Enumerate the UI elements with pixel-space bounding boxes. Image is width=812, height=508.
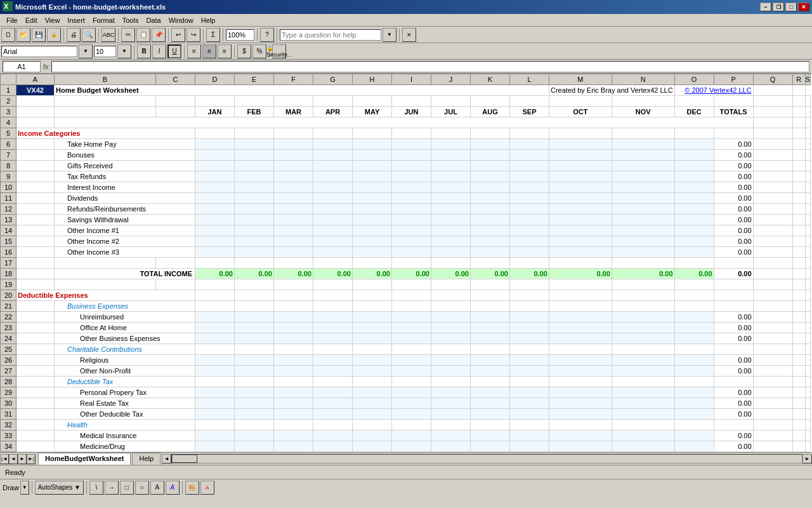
cell-E12[interactable] <box>235 204 274 215</box>
cell-S30[interactable] <box>805 398 810 409</box>
cell-R22[interactable] <box>792 312 805 323</box>
cell-H26[interactable] <box>353 355 392 366</box>
cell-G3[interactable]: APR <box>313 107 353 117</box>
wordart-tool[interactable]: A <box>166 481 180 495</box>
cell-N22[interactable] <box>612 312 674 323</box>
cell-M29[interactable] <box>549 387 612 398</box>
cell-R12[interactable] <box>792 204 805 215</box>
cell-S29[interactable] <box>805 387 810 398</box>
cell-S28[interactable] <box>805 377 810 387</box>
cell-D32[interactable] <box>195 420 235 431</box>
cell-Q25[interactable] <box>753 344 792 355</box>
cell-A9[interactable] <box>16 171 55 182</box>
fill-color-button[interactable]: 🎨 <box>185 481 199 495</box>
align-left-button[interactable]: ≡ <box>187 44 201 58</box>
cell-religious[interactable]: Religious <box>55 355 195 366</box>
cell-N24[interactable] <box>612 333 674 344</box>
copyright2-cell[interactable]: © 2007 Vertex42 LLC <box>674 85 753 96</box>
cell-E11[interactable] <box>235 193 274 204</box>
cell-F14[interactable] <box>274 225 313 236</box>
hscroll-right-button[interactable]: ► <box>802 454 812 464</box>
cell-S17[interactable] <box>805 258 810 269</box>
cell-G21[interactable] <box>313 301 353 312</box>
cell-O16[interactable] <box>674 247 714 258</box>
cell-H7[interactable] <box>353 150 392 161</box>
cell-O8[interactable] <box>674 161 714 171</box>
cell-E14[interactable] <box>235 225 274 236</box>
col-header-N[interactable]: N <box>612 74 674 85</box>
font-input[interactable] <box>1 46 77 57</box>
cell-Q20[interactable] <box>753 290 792 301</box>
cell-H31[interactable] <box>353 409 392 420</box>
cell-E13[interactable] <box>235 215 274 225</box>
cell-Q5[interactable] <box>753 128 792 139</box>
restore-button[interactable]: ❐ <box>773 3 784 11</box>
cell-R8[interactable] <box>792 161 805 171</box>
cell-A2[interactable] <box>16 96 55 107</box>
cell-B1[interactable]: Home Budget Worksheet <box>55 85 235 96</box>
cell-R29[interactable] <box>792 387 805 398</box>
cell-J20[interactable] <box>431 290 471 301</box>
undo-button[interactable]: ↩ <box>171 28 185 42</box>
cell-E21[interactable] <box>235 301 274 312</box>
cell-P20[interactable] <box>714 290 753 301</box>
cell-M34[interactable] <box>549 441 612 452</box>
cell-H8[interactable] <box>353 161 392 171</box>
cell-L3[interactable]: SEP <box>510 107 549 117</box>
autoshapes-button[interactable]: AutoShapes ▼ <box>35 481 84 495</box>
cell-F11[interactable] <box>274 193 313 204</box>
cell-Q29[interactable] <box>753 387 792 398</box>
cell-Q32[interactable] <box>753 420 792 431</box>
cell-H25[interactable] <box>353 344 392 355</box>
cell-G12[interactable] <box>313 204 353 215</box>
cell-A24[interactable] <box>16 333 55 344</box>
cell-S33[interactable] <box>805 431 810 441</box>
cell-L19[interactable] <box>510 279 549 290</box>
cell-L11[interactable] <box>510 193 549 204</box>
autosum-button[interactable]: Σ <box>206 28 220 42</box>
cell-H12[interactable] <box>353 204 392 215</box>
cell-L21[interactable] <box>510 301 549 312</box>
cell-Q8[interactable] <box>753 161 792 171</box>
cell-E33[interactable] <box>235 431 274 441</box>
cell-B4-P4[interactable] <box>55 117 754 128</box>
cell-D7[interactable] <box>195 150 235 161</box>
cell-L5[interactable] <box>510 128 549 139</box>
cell-S5[interactable] <box>805 128 810 139</box>
cell-F2[interactable] <box>274 96 313 107</box>
cell-S10[interactable] <box>805 182 810 193</box>
cell-O3[interactable]: DEC <box>674 107 714 117</box>
cell-L27[interactable] <box>510 366 549 377</box>
cell-G7[interactable] <box>313 150 353 161</box>
cell-I7[interactable] <box>392 150 431 161</box>
cell-L30[interactable] <box>510 398 549 409</box>
cell-L2[interactable] <box>510 96 549 107</box>
italic-button[interactable]: I <box>152 44 166 58</box>
cell-L23[interactable] <box>510 323 549 333</box>
cell-R30[interactable] <box>792 398 805 409</box>
cell-Q24[interactable] <box>753 333 792 344</box>
cell-E27[interactable] <box>235 366 274 377</box>
cell-E3[interactable]: FEB <box>235 107 274 117</box>
cell-M30[interactable] <box>549 398 612 409</box>
cell-H16[interactable] <box>353 247 392 258</box>
cell-J8[interactable] <box>431 161 471 171</box>
cell-M3[interactable]: OCT <box>549 107 612 117</box>
cell-R18[interactable] <box>792 269 805 279</box>
cell-H29[interactable] <box>353 387 392 398</box>
cell-I6[interactable] <box>392 139 431 150</box>
cell-A16[interactable] <box>16 247 55 258</box>
cell-G16[interactable] <box>313 247 353 258</box>
cell-empty3[interactable] <box>313 85 353 96</box>
paste-button[interactable]: 📌 <box>152 28 166 42</box>
cell-J19[interactable] <box>431 279 471 290</box>
cell-I22[interactable] <box>392 312 431 323</box>
cell-E16[interactable] <box>235 247 274 258</box>
cell-K27[interactable] <box>471 366 510 377</box>
cut-button[interactable]: ✂ <box>121 28 135 42</box>
cell-A6[interactable] <box>16 139 55 150</box>
spellcheck-button[interactable]: ABC <box>102 28 115 42</box>
cell-R27[interactable] <box>792 366 805 377</box>
cell-I23[interactable] <box>392 323 431 333</box>
cell-A23[interactable] <box>16 323 55 333</box>
